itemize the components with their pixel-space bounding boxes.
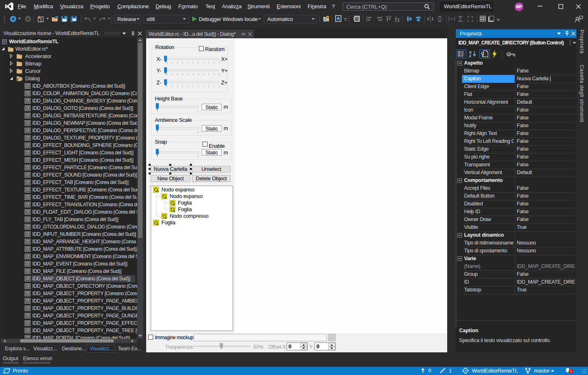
svg-text:Z: Z — [469, 54, 471, 58]
